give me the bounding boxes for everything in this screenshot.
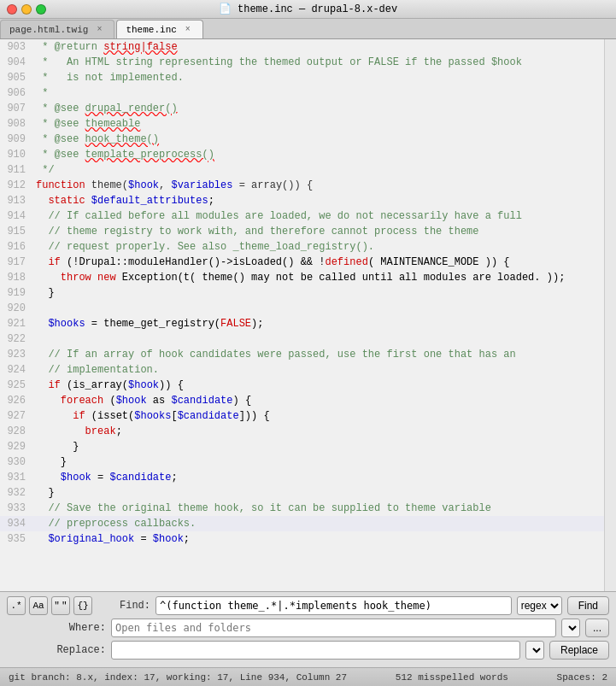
line-content: // If an array of hook candidates were p… xyxy=(36,347,604,362)
replace-input[interactable] xyxy=(115,644,516,656)
wrap-button[interactable]: {} xyxy=(73,596,92,615)
line-content: // theme registry to work with, and ther… xyxy=(36,224,604,239)
line-number: 920 xyxy=(0,301,36,316)
word-button[interactable]: " " xyxy=(51,596,70,615)
find-options: .* Aa " " {} xyxy=(7,596,92,615)
table-row: 916 // request properly. See also _theme… xyxy=(0,239,604,255)
branch-info: git branch: 8.x, index: 17, working: 17,… xyxy=(9,672,347,683)
line-number: 903 xyxy=(0,39,36,55)
line-content: if (isset($hooks[$candidate])) { xyxy=(36,408,604,424)
dots-button[interactable]: ... xyxy=(585,619,609,637)
line-content: * xyxy=(36,85,604,101)
misspelled-info: 512 misspelled words xyxy=(396,672,508,683)
line-number: 918 xyxy=(0,270,36,285)
line-number: 909 xyxy=(0,132,36,147)
replace-button[interactable]: Replace xyxy=(549,641,609,660)
table-row: 932 } xyxy=(0,485,604,501)
line-number: 922 xyxy=(0,331,36,347)
table-row: 912 function theme($hook, $variables = a… xyxy=(0,178,604,193)
line-content: $hook = $candidate; xyxy=(36,470,604,485)
tab-close-icon[interactable]: × xyxy=(182,24,194,36)
table-row: 917 if (!Drupal::moduleHandler()->isLoad… xyxy=(0,255,604,270)
table-row: 930 } xyxy=(0,454,604,470)
table-row: 934 // preprocess callbacks. xyxy=(0,516,604,531)
case-button[interactable]: Aa xyxy=(29,596,48,615)
vertical-scrollbar[interactable] xyxy=(604,39,616,591)
table-row: 925 if (is_array($hook)) { xyxy=(0,378,604,393)
line-number: 908 xyxy=(0,116,36,132)
line-content: * @see hook_theme() xyxy=(36,132,604,147)
table-row: 909 * @see hook_theme() xyxy=(0,132,604,147)
regex-button[interactable]: .* xyxy=(7,596,26,615)
line-number: 925 xyxy=(0,378,36,393)
table-row: 905 * is not implemented. xyxy=(0,70,604,85)
line-content: // Save the original theme hook, so it c… xyxy=(36,501,604,516)
title-icon: 📄 xyxy=(219,3,232,15)
line-content: * is not implemented. xyxy=(36,70,604,85)
line-number: 932 xyxy=(0,485,36,501)
line-content: throw new Exception(t( theme() may not b… xyxy=(36,270,604,285)
line-content: // implementation. xyxy=(36,362,604,378)
line-number: 934 xyxy=(0,516,36,531)
find-input-wrap[interactable] xyxy=(155,596,512,615)
tab-theme-inc[interactable]: theme.inc × xyxy=(116,20,202,38)
line-content: * An HTML string representing the themed… xyxy=(36,55,604,70)
table-row: 926 foreach ($hook as $candidate) { xyxy=(0,393,604,408)
find-dropdown[interactable]: regex text xyxy=(517,596,562,615)
tabs-bar: page.html.twig × theme.inc × xyxy=(0,19,616,39)
line-content: break; xyxy=(36,424,604,439)
line-number: 910 xyxy=(0,147,36,162)
line-number: 911 xyxy=(0,162,36,178)
line-number: 912 xyxy=(0,178,36,193)
line-content xyxy=(36,301,604,316)
table-row: 922 xyxy=(0,331,604,347)
window-controls[interactable] xyxy=(7,4,46,15)
line-number: 924 xyxy=(0,362,36,378)
window-title: 📄 theme.inc — drupal-8.x-dev xyxy=(219,3,397,15)
line-number: 906 xyxy=(0,85,36,101)
line-number: 915 xyxy=(0,224,36,239)
close-button[interactable] xyxy=(7,4,17,15)
where-label: Where: xyxy=(56,622,106,634)
table-row: 933 // Save the original theme hook, so … xyxy=(0,501,604,516)
line-content: } xyxy=(36,485,604,501)
line-number: 907 xyxy=(0,101,36,116)
code-editor[interactable]: 903 * @return string|false 904 * An HTML… xyxy=(0,39,604,591)
table-row: 929 } xyxy=(0,439,604,454)
minimize-button[interactable] xyxy=(21,4,32,15)
replace-input-wrap[interactable] xyxy=(111,641,520,660)
replace-row: Replace: Replace xyxy=(7,641,609,660)
line-content: } xyxy=(36,454,604,470)
table-row: 903 * @return string|false xyxy=(0,39,604,55)
where-dropdown[interactable] xyxy=(561,619,580,637)
tab-close-icon[interactable]: × xyxy=(93,24,105,36)
where-row: Where: ... xyxy=(7,619,609,637)
line-content: * @see template_preprocess() xyxy=(36,147,604,162)
line-content: $original_hook = $hook; xyxy=(36,531,604,547)
where-input-wrap[interactable] xyxy=(111,619,556,637)
line-content: */ xyxy=(36,162,604,178)
line-number: 930 xyxy=(0,454,36,470)
line-content: foreach ($hook as $candidate) { xyxy=(36,393,604,408)
find-input[interactable] xyxy=(160,600,507,612)
find-button[interactable]: Find xyxy=(567,596,609,615)
table-row: 915 // theme registry to work with, and … xyxy=(0,224,604,239)
line-number: 905 xyxy=(0,70,36,85)
tab-page-html[interactable]: page.html.twig × xyxy=(0,20,114,38)
replace-dropdown[interactable] xyxy=(525,641,544,660)
table-row: 908 * @see themeable xyxy=(0,116,604,132)
replace-label: Replace: xyxy=(56,644,106,656)
line-content: } xyxy=(36,439,604,454)
table-row: 907 * @see drupal_render() xyxy=(0,101,604,116)
line-number: 921 xyxy=(0,316,36,331)
table-row: 918 throw new Exception(t( theme() may n… xyxy=(0,270,604,285)
line-number: 913 xyxy=(0,193,36,208)
maximize-button[interactable] xyxy=(36,4,46,15)
line-content xyxy=(36,331,604,347)
line-number: 914 xyxy=(0,208,36,224)
line-content: * @see themeable xyxy=(36,116,604,132)
table-row: 914 // If called before all modules are … xyxy=(0,208,604,224)
where-input[interactable] xyxy=(115,622,552,634)
table-row: 919 } xyxy=(0,285,604,301)
line-number: 935 xyxy=(0,531,36,547)
